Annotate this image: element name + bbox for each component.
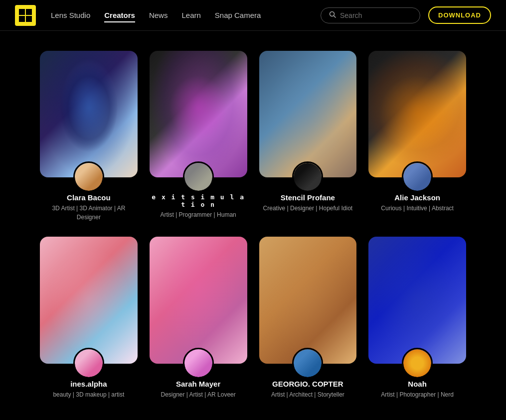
nav-item-learn[interactable]: Learn bbox=[181, 11, 200, 20]
creator-card[interactable]: e x i t s i m u l a t i o nArtist | Prog… bbox=[150, 51, 247, 222]
nav-item-snap-camera[interactable]: Snap Camera bbox=[215, 11, 261, 20]
card-image-wrap bbox=[368, 237, 466, 363]
creator-card[interactable]: GEORGIO. COPTERArtist | Architect | Stor… bbox=[259, 237, 357, 399]
creator-name: Alie Jackson bbox=[381, 193, 454, 202]
creator-image bbox=[150, 237, 247, 363]
creator-card[interactable]: NoahArtist | Photographer | Nerd bbox=[368, 237, 466, 399]
creator-info: Sarah MayerDesigner | Artist | AR Loveer bbox=[161, 380, 235, 399]
svg-rect-3 bbox=[19, 16, 25, 22]
avatar-image bbox=[75, 163, 103, 191]
nav-link[interactable]: News bbox=[149, 11, 168, 19]
logo[interactable] bbox=[15, 5, 36, 26]
creator-image bbox=[150, 51, 247, 177]
creator-tags: Creative | Designer | Hopeful Idiot bbox=[263, 204, 353, 213]
nav-item-lens-studio[interactable]: Lens Studio bbox=[51, 11, 90, 20]
svg-rect-1 bbox=[19, 9, 25, 15]
creator-card[interactable]: Sarah MayerDesigner | Artist | AR Loveer bbox=[150, 237, 247, 399]
card-image-wrap bbox=[368, 51, 466, 177]
creator-tags: Designer | Artist | AR Loveer bbox=[161, 390, 235, 399]
avatar bbox=[73, 348, 104, 379]
creator-card[interactable]: Stencil ProfaneCreative | Designer | Hop… bbox=[259, 51, 357, 222]
nav-link[interactable]: Snap Camera bbox=[215, 11, 261, 19]
card-image-wrap bbox=[150, 237, 247, 363]
creator-card[interactable]: ines.alphabeauty | 3D makeup | artist bbox=[40, 237, 138, 399]
creator-name: Sarah Mayer bbox=[161, 380, 235, 388]
nav-links: Lens StudioCreatorsNewsLearnSnap Camera bbox=[51, 11, 321, 20]
avatar bbox=[73, 161, 104, 192]
creator-image bbox=[40, 51, 138, 177]
creator-info: NoahArtist | Photographer | Nerd bbox=[381, 380, 454, 399]
card-image-wrap bbox=[259, 51, 357, 177]
avatar bbox=[183, 161, 214, 192]
avatar bbox=[402, 348, 433, 379]
svg-rect-4 bbox=[26, 16, 32, 22]
svg-line-6 bbox=[334, 15, 336, 17]
avatar-image bbox=[184, 163, 212, 191]
card-image-wrap bbox=[40, 51, 138, 177]
avatar-image bbox=[294, 163, 322, 191]
search-input[interactable] bbox=[340, 11, 412, 19]
navigation: Lens StudioCreatorsNewsLearnSnap Camera … bbox=[0, 0, 506, 31]
avatar-image bbox=[403, 349, 431, 377]
search-icon bbox=[329, 11, 336, 20]
creator-name: Stencil Profane bbox=[263, 193, 353, 202]
nav-link[interactable]: Creators bbox=[104, 11, 135, 22]
download-button[interactable]: DOWNLOAD bbox=[428, 6, 491, 24]
card-image-wrap bbox=[259, 237, 357, 363]
avatar-image bbox=[294, 349, 322, 377]
creator-card[interactable]: Alie JacksonCurious | Intuitive | Abstra… bbox=[368, 51, 466, 222]
creator-tags: Artist | Photographer | Nerd bbox=[381, 390, 454, 399]
avatar bbox=[292, 348, 323, 379]
creator-info: Alie JacksonCurious | Intuitive | Abstra… bbox=[381, 193, 454, 213]
nav-right: DOWNLOAD bbox=[321, 6, 491, 24]
svg-rect-0 bbox=[15, 5, 36, 26]
creator-image bbox=[368, 237, 466, 363]
avatar bbox=[183, 348, 214, 379]
creator-tags: Curious | Intuitive | Abstract bbox=[381, 204, 454, 213]
creator-info: Stencil ProfaneCreative | Designer | Hop… bbox=[263, 193, 353, 213]
avatar-image bbox=[184, 349, 212, 377]
creator-image bbox=[368, 51, 466, 177]
card-image-wrap bbox=[150, 51, 247, 177]
svg-rect-2 bbox=[26, 9, 32, 15]
avatar-image bbox=[75, 349, 103, 377]
creator-tags: Artist | Programmer | Human bbox=[150, 210, 247, 219]
main-content: Clara Bacou3D Artist | 3D Animator | AR … bbox=[0, 31, 506, 419]
creator-tags: Artist | Architect | Storyteller bbox=[271, 390, 344, 399]
creator-name: ines.alpha bbox=[53, 380, 124, 388]
creator-info: e x i t s i m u l a t i o nArtist | Prog… bbox=[150, 193, 247, 219]
creator-image bbox=[259, 237, 357, 363]
creator-image bbox=[259, 51, 357, 177]
avatar bbox=[292, 161, 323, 192]
creator-image bbox=[40, 237, 138, 363]
nav-link[interactable]: Lens Studio bbox=[51, 11, 90, 19]
avatar bbox=[402, 161, 433, 192]
card-image-wrap bbox=[40, 237, 138, 363]
creator-tags: beauty | 3D makeup | artist bbox=[53, 390, 124, 399]
search-box[interactable] bbox=[321, 7, 420, 23]
nav-item-news[interactable]: News bbox=[149, 11, 168, 20]
creator-info: Clara Bacou3D Artist | 3D Animator | AR … bbox=[40, 193, 138, 222]
creator-name: e x i t s i m u l a t i o n bbox=[150, 193, 247, 208]
creator-name: Noah bbox=[381, 380, 454, 388]
nav-link[interactable]: Learn bbox=[181, 11, 200, 19]
creator-name: GEORGIO. COPTER bbox=[271, 380, 344, 388]
creator-info: ines.alphabeauty | 3D makeup | artist bbox=[53, 380, 124, 399]
creator-info: GEORGIO. COPTERArtist | Architect | Stor… bbox=[271, 380, 344, 399]
creator-tags: 3D Artist | 3D Animator | AR Designer bbox=[40, 204, 138, 222]
avatar-image bbox=[403, 163, 431, 191]
creator-card[interactable]: Clara Bacou3D Artist | 3D Animator | AR … bbox=[40, 51, 138, 222]
creator-name: Clara Bacou bbox=[40, 193, 138, 202]
creators-grid: Clara Bacou3D Artist | 3D Animator | AR … bbox=[40, 51, 466, 399]
nav-item-creators[interactable]: Creators bbox=[104, 11, 135, 20]
